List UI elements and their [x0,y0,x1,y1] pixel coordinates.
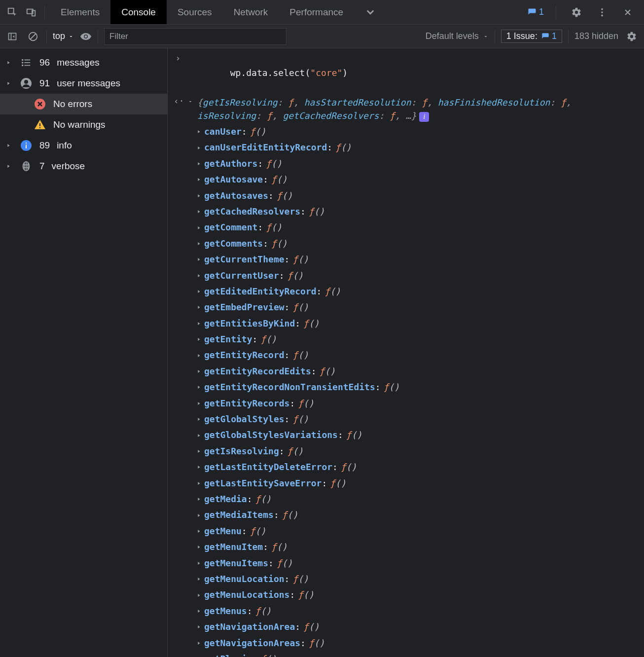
expand-arrow-icon[interactable] [196,129,201,134]
expand-arrow-icon[interactable] [196,146,201,150]
device-toggle-icon[interactable] [23,4,39,21]
expand-arrow-icon[interactable] [196,609,201,614]
object-property[interactable]: getEntityRecords: ƒ () [196,396,644,411]
expand-toggle-icon[interactable] [187,99,193,105]
context-selector[interactable]: top [53,31,74,41]
object-property[interactable]: getMediaItems: ƒ () [196,507,644,523]
issues-button[interactable]: 1 Issue: 1 [501,30,562,43]
tab-sources[interactable]: Sources [167,0,223,24]
object-property[interactable]: getGlobalStylesVariations: ƒ () [196,427,644,443]
object-property[interactable]: getCurrentTheme: ƒ () [196,252,644,267]
object-property[interactable]: getMenus: ƒ () [196,603,644,619]
object-property[interactable]: getMenuItems: ƒ () [196,555,644,571]
object-property[interactable]: getAutosave: ƒ () [196,172,644,187]
issues-indicator[interactable]: 1 [528,7,544,17]
log-levels-selector[interactable]: Default levels [426,31,489,41]
tab-performance[interactable]: Performance [279,0,354,24]
object-property[interactable]: getMenuLocation: ƒ () [196,571,644,587]
expand-arrow-icon[interactable] [6,143,13,148]
object-property[interactable]: getLastEntityDeleteError: ƒ () [196,459,644,475]
sidebar-item-list[interactable]: 96 messages [0,52,167,73]
expand-arrow-icon[interactable] [196,449,201,454]
expand-arrow-icon[interactable] [196,225,201,230]
live-expression-icon[interactable] [80,31,92,42]
object-property[interactable]: getEmbedPreview: ƒ () [196,299,644,315]
object-property[interactable]: getMenuItem: ƒ () [196,539,644,555]
object-property[interactable]: getMedia: ƒ () [196,491,644,507]
expand-arrow-icon[interactable] [196,353,201,358]
settings-icon[interactable] [568,4,585,21]
hidden-messages-count[interactable]: 183 hidden [574,31,618,41]
tab-elements[interactable]: Elements [50,0,110,24]
object-property[interactable]: getCurrentUser: ƒ () [196,268,644,284]
expand-arrow-icon[interactable] [196,545,201,549]
object-property[interactable]: canUserEditEntityRecord: ƒ () [196,140,644,155]
object-property[interactable]: getComment: ƒ () [196,219,644,235]
inspect-element-icon[interactable] [4,4,21,21]
expand-arrow-icon[interactable] [196,513,201,518]
object-property[interactable]: getGlobalStyles: ƒ () [196,411,644,427]
object-property[interactable]: canUser: ƒ () [196,124,644,140]
expand-arrow-icon[interactable] [196,321,201,326]
sidebar-item-error[interactable]: No errors [0,94,167,114]
tab-overflow[interactable] [354,0,387,24]
expand-arrow-icon[interactable] [196,561,201,566]
expand-arrow-icon[interactable] [196,369,201,374]
close-icon[interactable] [619,4,636,21]
object-property[interactable]: getCachedResolvers: ƒ () [196,204,644,219]
expand-arrow-icon[interactable] [196,385,201,390]
expand-arrow-icon[interactable] [196,593,201,598]
expand-arrow-icon[interactable] [6,60,13,65]
expand-arrow-icon[interactable] [196,401,201,406]
object-property[interactable]: getEntitiesByKind: ƒ () [196,316,644,331]
expand-arrow-icon[interactable] [196,305,201,310]
expand-arrow-icon[interactable] [196,161,201,166]
expand-arrow-icon[interactable] [196,497,201,502]
object-property[interactable]: getMenu: ƒ () [196,523,644,539]
expand-arrow-icon[interactable] [196,337,201,342]
object-property[interactable]: getEntityRecordEdits: ƒ () [196,364,644,379]
object-property[interactable]: getNavigationArea: ƒ () [196,619,644,635]
clear-console-icon[interactable] [26,29,40,44]
object-property[interactable]: getNavigationAreas: ƒ () [196,635,644,651]
expand-arrow-icon[interactable] [196,641,201,646]
expand-arrow-icon[interactable] [196,529,201,534]
object-property[interactable]: getAutosaves: ƒ () [196,188,644,204]
object-property[interactable]: getIsResolving: ƒ () [196,443,644,459]
object-property[interactable]: getEntity: ƒ () [196,331,644,347]
expand-arrow-icon[interactable] [196,624,201,629]
expand-arrow-icon[interactable] [196,209,201,214]
object-property[interactable]: getEntityRecordNonTransientEdits: ƒ () [196,379,644,395]
sidebar-item-user[interactable]: 91 user messages [0,73,167,94]
expand-arrow-icon[interactable] [196,433,201,438]
expand-arrow-icon[interactable] [196,577,201,582]
expand-arrow-icon[interactable] [196,257,201,262]
expand-arrow-icon[interactable] [6,81,13,86]
expand-arrow-icon[interactable] [196,417,201,422]
sidebar-item-info[interactable]: 89 info [0,135,167,156]
toggle-sidebar-icon[interactable] [5,29,20,44]
kebab-menu-icon[interactable] [594,4,610,21]
object-property[interactable]: getPlugin: ƒ () [196,651,644,657]
object-property[interactable]: getEntityRecord: ƒ () [196,347,644,363]
sidebar-item-verbose[interactable]: 7 verbose [0,156,167,177]
info-badge-icon[interactable]: i [419,112,429,122]
sidebar-item-warn[interactable]: No warnings [0,114,167,135]
expand-arrow-icon[interactable] [196,289,201,294]
expand-arrow-icon[interactable] [6,164,13,169]
expand-arrow-icon[interactable] [196,465,201,470]
expand-arrow-icon[interactable] [196,481,201,486]
expand-arrow-icon[interactable] [196,241,201,246]
result-summary[interactable]: {getIsResolving: ƒ, hasStartedResolution… [197,96,638,122]
tab-network[interactable]: Network [223,0,279,24]
expand-arrow-icon[interactable] [196,177,201,182]
filter-input[interactable] [104,28,286,45]
console-settings-icon[interactable] [624,29,639,44]
object-property[interactable]: getMenuLocations: ƒ () [196,587,644,603]
expand-arrow-icon[interactable] [196,273,201,278]
object-property[interactable]: getComments: ƒ () [196,236,644,252]
object-property[interactable]: getLastEntitySaveError: ƒ () [196,475,644,491]
object-property[interactable]: getEditedEntityRecord: ƒ () [196,284,644,299]
expand-arrow-icon[interactable] [196,193,201,198]
object-property[interactable]: getAuthors: ƒ () [196,156,644,172]
